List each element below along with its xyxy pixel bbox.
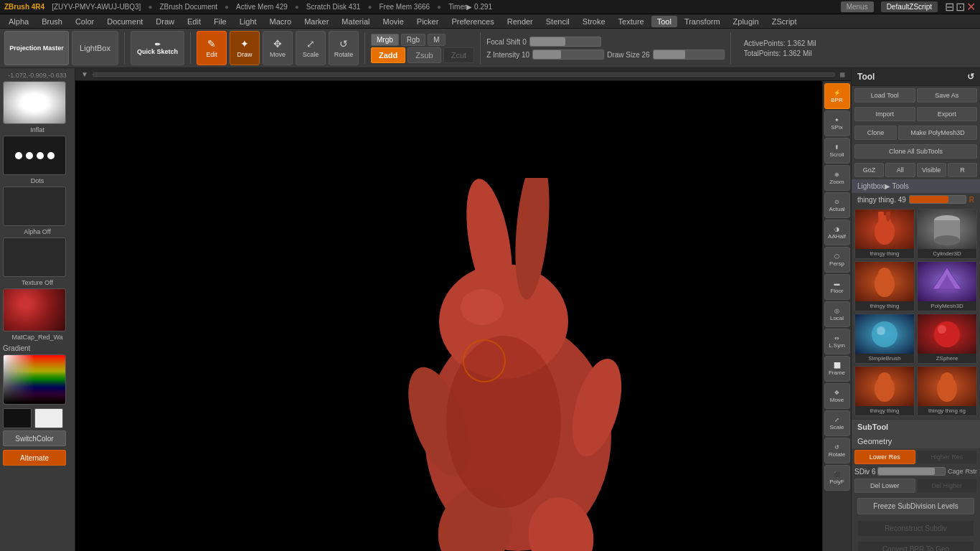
white-swatch[interactable] bbox=[34, 408, 63, 428]
thingy-slider[interactable] bbox=[909, 195, 966, 204]
subtool-section[interactable]: SubTool bbox=[852, 419, 980, 434]
del-lower-button[interactable]: Del Lower bbox=[854, 479, 915, 493]
thumb-thingy-rig[interactable]: thingy thing rig bbox=[917, 366, 977, 416]
default-zscript[interactable]: DefaultZScript bbox=[881, 1, 938, 12]
actual-button[interactable]: ⊙ Actual bbox=[824, 192, 850, 218]
lower-res-button[interactable]: Lower Res bbox=[854, 450, 915, 464]
geometry-section[interactable]: Geometry bbox=[852, 434, 980, 448]
goz-button[interactable]: GoZ bbox=[854, 163, 884, 177]
scale-qt-button[interactable]: ⤢ Scale bbox=[824, 410, 850, 436]
draw-button[interactable]: ✦ Draw bbox=[230, 31, 260, 65]
texture-off-thumbnail[interactable] bbox=[3, 237, 66, 277]
thumb-polymesh3d[interactable]: PolyMesh3D bbox=[917, 261, 977, 311]
menu-light[interactable]: Light bbox=[234, 16, 263, 27]
zadd-button[interactable]: Zadd bbox=[371, 47, 405, 63]
rotate-qt-button[interactable]: ↺ Rotate bbox=[824, 438, 850, 463]
menu-stencil[interactable]: Stencil bbox=[540, 16, 575, 27]
menu-brush[interactable]: Brush bbox=[36, 16, 68, 27]
all-button[interactable]: All bbox=[885, 163, 915, 177]
canvas-viewport[interactable] bbox=[75, 81, 822, 551]
top-scrollbar[interactable] bbox=[93, 72, 835, 77]
make-polymesh-button[interactable]: Make PolyMesh3D bbox=[898, 126, 977, 140]
move-button[interactable]: ✥ Move bbox=[263, 31, 293, 65]
thumb-zsphere[interactable]: ZSphere bbox=[917, 314, 977, 364]
thingy-r-button[interactable]: R bbox=[969, 196, 974, 204]
cage-button[interactable]: Cage bbox=[948, 468, 963, 475]
menu-tool[interactable]: Tool bbox=[651, 16, 677, 27]
menu-stroke[interactable]: Stroke bbox=[577, 16, 611, 27]
menu-alpha[interactable]: Alpha bbox=[3, 16, 34, 27]
m-button[interactable]: M bbox=[428, 34, 445, 46]
move-qt-button[interactable]: ✥ Move bbox=[824, 383, 850, 409]
rgb-button[interactable]: Rgb bbox=[401, 34, 425, 46]
rstr-button[interactable]: Rstr bbox=[966, 468, 978, 475]
lightbox-button[interactable]: LightBox bbox=[72, 31, 118, 65]
minimize-button[interactable]: ⊟ bbox=[945, 0, 954, 14]
aahalf-button[interactable]: ◑ AAHalf bbox=[824, 220, 850, 245]
menu-document[interactable]: Document bbox=[101, 16, 149, 27]
close-button[interactable]: ✕ bbox=[966, 0, 976, 14]
menu-picker[interactable]: Picker bbox=[411, 16, 445, 27]
clone-button[interactable]: Clone bbox=[854, 126, 897, 140]
quick-sketch-button[interactable]: ✏ Quick Sketch bbox=[131, 31, 184, 65]
thumb-simplebrush[interactable]: SimpleBrush bbox=[854, 314, 915, 364]
black-swatch[interactable] bbox=[3, 408, 32, 428]
load-tool-button[interactable]: Load Tool bbox=[854, 88, 915, 103]
save-as-button[interactable]: Save As bbox=[917, 88, 978, 103]
maximize-button[interactable]: ⊡ bbox=[956, 0, 965, 14]
scroll-button[interactable]: ⬆ Scroll bbox=[824, 138, 850, 164]
alternate-button[interactable]: Alternate bbox=[3, 450, 66, 466]
menu-zplugin[interactable]: Zplugin bbox=[727, 16, 765, 27]
edit-button[interactable]: ✎ Edit bbox=[197, 31, 227, 65]
menu-draw[interactable]: Draw bbox=[150, 16, 180, 27]
clone-all-subtools-button[interactable]: Clone All SubTools bbox=[854, 144, 977, 159]
import-button[interactable]: Import bbox=[854, 107, 915, 121]
thumb-thingy-thing[interactable]: thingy thing bbox=[854, 209, 915, 259]
spix-button[interactable]: ✦ SPix bbox=[824, 110, 850, 136]
sdiv-slider[interactable] bbox=[877, 467, 946, 476]
zsub-button[interactable]: Zsub bbox=[407, 47, 440, 63]
freeze-subdiv-button[interactable]: Freeze SubDivision Levels bbox=[857, 498, 974, 514]
menu-preferences[interactable]: Preferences bbox=[446, 16, 499, 27]
floor-button[interactable]: ▬ Floor bbox=[824, 274, 850, 300]
menu-material[interactable]: Material bbox=[336, 16, 375, 27]
menu-color[interactable]: Color bbox=[70, 16, 100, 27]
color-picker[interactable] bbox=[3, 354, 66, 405]
dots-thumbnail[interactable] bbox=[3, 136, 66, 175]
visible-button[interactable]: Visible bbox=[917, 163, 946, 177]
matcap-thumbnail[interactable] bbox=[3, 288, 66, 331]
menu-marker[interactable]: Marker bbox=[298, 16, 334, 27]
lsym-button[interactable]: ⇔ L.Sym bbox=[824, 329, 850, 354]
menu-macro[interactable]: Macro bbox=[264, 16, 298, 27]
convert-bpr-button[interactable]: Convert BPR To Geo bbox=[857, 541, 974, 551]
polyf-button[interactable]: ⬛ PolyF bbox=[824, 465, 850, 491]
focal-shift-slider[interactable] bbox=[529, 37, 601, 47]
menu-movie[interactable]: Movie bbox=[377, 16, 409, 27]
menu-texture[interactable]: Texture bbox=[613, 16, 650, 27]
zcut-button[interactable]: Zcut bbox=[443, 47, 474, 63]
menu-zscript[interactable]: ZScript bbox=[766, 16, 803, 27]
thumb-thingy-3[interactable]: thingy thing bbox=[854, 366, 915, 416]
mrgb-button[interactable]: Mrgb bbox=[371, 34, 399, 46]
menus-button[interactable]: Menus bbox=[841, 1, 874, 12]
lightbox-tools-header[interactable]: Lightbox▶ Tools bbox=[852, 179, 980, 193]
zoom-button[interactable]: ⊕ Zoom bbox=[824, 165, 850, 191]
menu-transform[interactable]: Transform bbox=[679, 16, 726, 27]
menu-file[interactable]: File bbox=[208, 16, 232, 27]
bpr-button[interactable]: ⚡ BPR bbox=[824, 83, 850, 109]
del-higher-button[interactable]: Del Higher bbox=[917, 479, 978, 493]
reconstruct-button[interactable]: Reconstruct Subdiv bbox=[857, 520, 974, 537]
z-intensity-slider[interactable] bbox=[532, 50, 604, 60]
menu-render[interactable]: Render bbox=[501, 16, 539, 27]
frame-button[interactable]: ⬜ Frame bbox=[824, 356, 850, 382]
alpha-off-thumbnail[interactable] bbox=[3, 187, 66, 226]
tool-refresh-icon[interactable]: ↺ bbox=[967, 72, 974, 82]
local-button[interactable]: ◎ Local bbox=[824, 301, 850, 327]
rotate-button[interactable]: ↺ Rotate bbox=[329, 31, 359, 65]
thumb-thingy-thing-2[interactable]: thingy thing bbox=[854, 261, 915, 311]
thumb-cylinder3d[interactable]: Cylinder3D bbox=[917, 209, 977, 259]
r-button[interactable]: R bbox=[948, 163, 977, 177]
persp-button[interactable]: ⬡ Persp bbox=[824, 247, 850, 273]
scale-button[interactable]: ⤢ Scale bbox=[296, 31, 326, 65]
alpha-thumbnail[interactable] bbox=[3, 81, 66, 124]
